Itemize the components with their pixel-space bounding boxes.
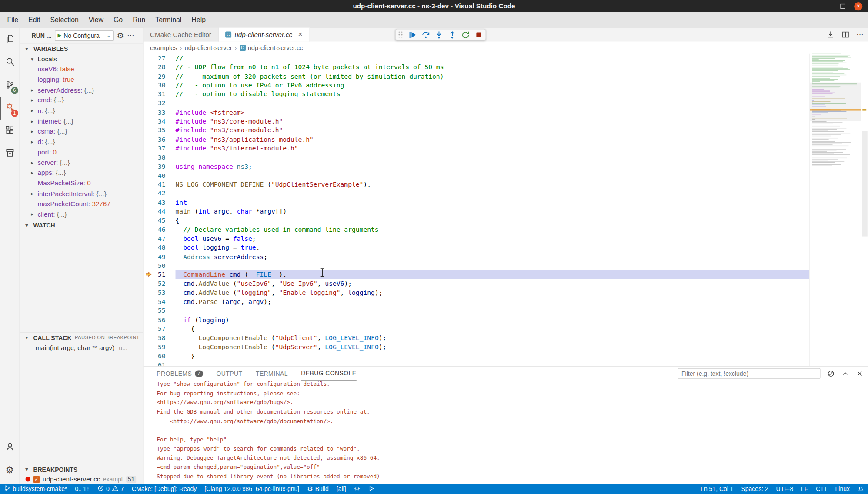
code-line-47[interactable]: 47 bool useV6 = false; [144,234,809,243]
code-line-45[interactable]: 45{ [144,216,809,225]
scrollbar-thumb[interactable] [862,131,868,237]
code-line-30[interactable]: 30// - option to use IPv4 or IPv6 addres… [144,81,809,90]
code-text[interactable]: cmd.Parse (argc, argv); [176,297,810,307]
tab-output[interactable]: OUTPUT [217,367,243,381]
stop-icon[interactable] [474,30,484,40]
code-text[interactable]: using namespace ns3; [176,162,810,171]
menu-view[interactable]: View [83,12,108,27]
gutter-line-29[interactable]: 29 [144,72,176,81]
code-text[interactable]: cmd.AddValue ("logging", "Enable logging… [176,288,810,297]
code-text[interactable]: // [176,53,810,63]
step-out-icon[interactable] [447,30,457,40]
code-line-42[interactable]: 42 [144,189,809,198]
gutter-line-36[interactable]: 36 [144,135,176,144]
menu-go[interactable]: Go [109,12,128,27]
breakpoint-checkbox[interactable]: ✓ [33,476,40,483]
activitybar-run-and-debug[interactable]: 1 [0,97,20,120]
editor-scrollbar[interactable] [861,53,868,366]
variable-server[interactable]: ▸server: {...} [20,157,143,168]
code-line-38[interactable]: 38 [144,153,809,162]
statusbar-notifications[interactable] [854,484,868,494]
variable-client[interactable]: ▸client: {...} [20,209,143,220]
statusbar-problems[interactable]: 0 7 [93,484,128,494]
call-stack-section-header[interactable]: ▾ CALL STACK PAUSED ON BREAKPOINT [20,332,143,342]
statusbar-build-target[interactable]: [all] [333,484,350,494]
code-line-57[interactable]: 57 { [144,324,809,334]
menu-file[interactable]: File [2,12,23,27]
gutter-line-51[interactable]: 51 [144,270,176,279]
breakpoint-row[interactable]: ✓ udp-client-server.cc exampl... 51 [20,474,143,484]
gutter-line-43[interactable]: 43 [144,198,176,207]
gutter-line-27[interactable]: 27 [144,53,176,63]
code-text[interactable] [176,360,810,366]
variables-section-header[interactable]: ▾ VARIABLES [20,43,143,53]
code-text[interactable] [176,153,810,162]
code-text[interactable] [176,306,810,315]
code-text[interactable]: } [176,351,810,360]
maximize-panel-icon[interactable] [841,370,849,377]
breadcrumb-item-file[interactable]: C udp-client-server.cc [240,44,303,51]
stack-frame[interactable]: main(int argc, char ** argv) u... [20,342,143,353]
code-text[interactable]: cmd.AddValue ("useIpv6", "Use Ipv6", use… [176,279,810,288]
gutter-line-35[interactable]: 35 [144,126,176,135]
minimap-slider[interactable] [810,83,861,121]
code-line-48[interactable]: 48 bool logging = true; [144,243,809,252]
gutter-line-61[interactable]: 61 [144,360,176,366]
gutter-line-47[interactable]: 47 [144,234,176,243]
debug-console[interactable]: Type "show configuration" for configurat… [144,381,868,484]
code-text[interactable]: // - maximum of 320 packets sent (or lim… [176,72,810,81]
statusbar-eol[interactable]: LF [797,484,812,494]
code-text[interactable]: { [176,324,810,334]
activitybar-account[interactable] [0,437,20,459]
code-line-49[interactable]: 49 Address serverAddress; [144,252,809,261]
variable-apps[interactable]: ▸apps: {...} [20,168,143,178]
gutter-line-46[interactable]: 46 [144,225,176,234]
breadcrumb-item[interactable]: examples [150,44,177,51]
variable-logging[interactable]: logging: true [20,74,143,85]
code-line-29[interactable]: 29// - maximum of 320 packets sent (or l… [144,72,809,81]
activitybar-source-control[interactable]: 6 [0,74,20,97]
variable-MaxPacketSize[interactable]: MaxPacketSize: 0 [20,178,143,188]
gutter-line-60[interactable]: 60 [144,351,176,360]
gutter-line-58[interactable]: 58 [144,334,176,343]
gutter-line-40[interactable]: 40 [144,171,176,180]
editor-more-icon[interactable]: ⋯ [856,30,864,39]
statusbar-language[interactable]: C++ [812,484,831,494]
gutter-line-42[interactable]: 42 [144,189,176,198]
code-text[interactable] [176,261,810,270]
gutter-line-57[interactable]: 57 [144,324,176,334]
tab-cmake-cache-editor[interactable]: CMake Cache Editor [144,28,219,42]
open-changes-icon[interactable] [827,30,835,39]
statusbar-launch-button[interactable] [364,484,378,494]
variable-csma[interactable]: ▸csma: {...} [20,126,143,137]
code-line-54[interactable]: 54 cmd.Parse (argc, argv); [144,297,809,307]
code-text[interactable]: // - option to use IPv4 or IPv6 addressi… [176,81,810,90]
console-filter-input[interactable] [678,368,820,379]
tab-udp-client-server[interactable]: C udp-client-server.cc ✕ [218,28,310,42]
gutter-line-54[interactable]: 54 [144,297,176,307]
code-text[interactable]: // Declare variables used in command-lin… [176,225,810,234]
code-line-59[interactable]: 59 LogComponentEnable ("UdpServer", LOG_… [144,342,809,351]
breakpoints-section-header[interactable]: ▾ BREAKPOINTS [20,464,143,474]
code-line-53[interactable]: 53 cmd.AddValue ("logging", "Enable logg… [144,288,809,297]
variable-maxPacketCount[interactable]: maxPacketCount: 32767 [20,199,143,209]
code-text[interactable] [176,189,810,198]
statusbar-indentation[interactable]: Spaces: 2 [738,484,772,494]
gutter-line-39[interactable]: 39 [144,162,176,171]
code-text[interactable]: bool logging = true; [176,243,810,252]
code-text[interactable]: LogComponentEnable ("UdpServer", LOG_LEV… [176,342,810,351]
code-line-34[interactable]: 34#include "ns3/core-module.h" [144,117,809,126]
code-line-27[interactable]: 27// [144,53,809,63]
code-text[interactable] [176,99,810,108]
code-line-33[interactable]: 33#include <fstream> [144,108,809,117]
code-line-50[interactable]: 50 [144,261,809,270]
code-text[interactable]: #include "ns3/applications-module.h" [176,135,810,144]
variable-interPacketInterval[interactable]: ▸interPacketInterval: {...} [20,188,143,199]
code-text[interactable]: CommandLine cmd (__FILE__); [176,270,810,279]
statusbar-os[interactable]: Linux [831,484,854,494]
code-text[interactable]: #include "ns3/csma-module.h" [176,126,810,135]
gutter-line-30[interactable]: 30 [144,81,176,90]
code-text[interactable]: { [176,216,810,225]
code-line-52[interactable]: 52 cmd.AddValue ("useIpv6", "Use Ipv6", … [144,279,809,288]
code-line-32[interactable]: 32 [144,99,809,108]
